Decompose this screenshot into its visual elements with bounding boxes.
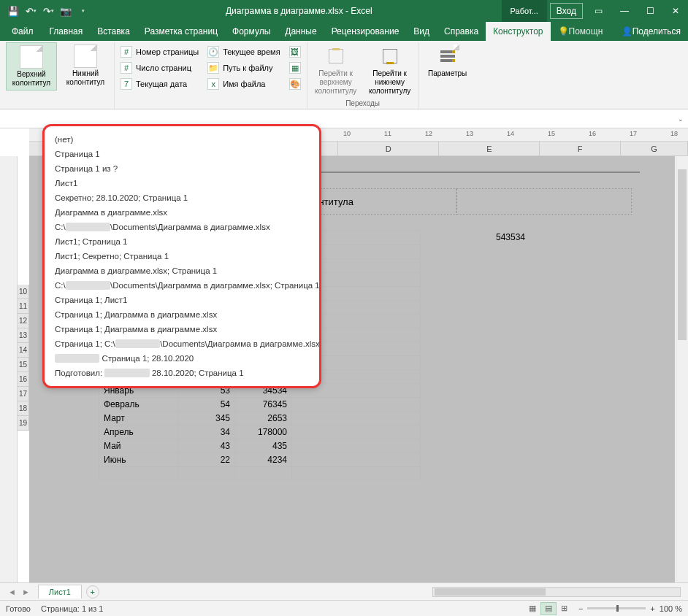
- tab-design[interactable]: Конструктор: [486, 22, 550, 41]
- page-number-button[interactable]: #Номер страницы: [118, 44, 202, 60]
- dropdown-item[interactable]: (нет): [45, 132, 319, 147]
- row-header[interactable]: 15: [18, 358, 29, 372]
- file-path-button[interactable]: 📁Путь к файлу: [205, 60, 283, 76]
- dropdown-item[interactable]: Лист1: [45, 176, 319, 190]
- dropdown-item[interactable]: Страница 1; C:\XXXXXXXX\Documents\Диагра…: [45, 336, 319, 351]
- window-title: Диаграмма в диаграмме.xlsx - Excel: [96, 6, 502, 16]
- dropdown-item[interactable]: Диаграмма в диаграмме.xlsx: [45, 205, 319, 220]
- row-header[interactable]: 10: [18, 285, 29, 299]
- page-count-button[interactable]: #Число страниц: [118, 60, 202, 76]
- dropdown-item[interactable]: XXXXXXXX Страница 1; 28.10.2020: [45, 351, 319, 366]
- tab-insert[interactable]: Вставка: [90, 22, 137, 41]
- group-label-nav: Переходы: [345, 98, 380, 109]
- row-header[interactable]: 17: [18, 387, 29, 401]
- row-header[interactable]: 14: [18, 343, 29, 358]
- dropdown-item[interactable]: Лист1; Секретно; Страница 1: [45, 249, 319, 263]
- ribbon: Верхний колонтитул Нижний колонтитул #Но…: [0, 41, 688, 109]
- ruler-mark: 10: [343, 130, 351, 137]
- table-row[interactable]: [99, 467, 421, 480]
- table-row[interactable]: Март3452653: [99, 412, 421, 426]
- horizontal-scrollbar[interactable]: [432, 587, 681, 597]
- tab-home[interactable]: Главная: [42, 22, 91, 41]
- page-break-view-icon[interactable]: ⊞: [557, 602, 573, 615]
- format-picture-button[interactable]: 🎨: [286, 76, 304, 92]
- dropdown-item[interactable]: Страница 1: [45, 147, 319, 161]
- ruler-mark: 12: [425, 130, 432, 137]
- current-date-button[interactable]: 7Текущая дата: [118, 76, 202, 92]
- current-time-button[interactable]: 🕐Текущее время: [205, 44, 283, 60]
- zoom-value: 100 %: [660, 604, 682, 613]
- row-header[interactable]: 18: [18, 401, 29, 416]
- ribbon-display-icon[interactable]: ▭: [586, 0, 611, 22]
- dropdown-item[interactable]: Страница 1; Диаграмма в диаграмме.xlsx: [45, 307, 319, 322]
- dropdown-item[interactable]: Секретно; 28.10.2020; Страница 1: [45, 190, 319, 205]
- tab-formulas[interactable]: Формулы: [225, 22, 278, 41]
- row-header[interactable]: 16: [18, 372, 29, 387]
- row-header[interactable]: 11: [18, 299, 29, 314]
- sheet-nav-next-icon[interactable]: ►: [20, 588, 32, 596]
- footer-button[interactable]: Нижний колонтитул: [60, 42, 111, 89]
- tab-view[interactable]: Вид: [406, 22, 437, 41]
- work-indicator[interactable]: Работ...: [502, 0, 547, 22]
- table-row[interactable]: Февраль5476345: [99, 398, 421, 412]
- undo-icon[interactable]: ↶▾: [25, 5, 37, 17]
- dropdown-item[interactable]: Страница 1; Диаграмма в диаграмме.xlsx: [45, 322, 319, 336]
- tell-me[interactable]: 💡 Помощн: [551, 22, 611, 41]
- col-header[interactable]: F: [540, 142, 620, 155]
- tab-file[interactable]: Файл: [4, 22, 41, 41]
- extra-cell[interactable]: 543534: [405, 231, 530, 244]
- file-name-label: Имя файла: [223, 80, 265, 88]
- tab-layout[interactable]: Разметка страниц: [137, 22, 225, 41]
- col-header[interactable]: E: [439, 142, 540, 155]
- camera-icon[interactable]: 📷: [60, 5, 72, 17]
- picture-button[interactable]: 🖼: [286, 44, 304, 60]
- dropdown-item[interactable]: C:\XXXXXXXX\Documents\Диаграмма в диагра…: [45, 278, 319, 293]
- tab-data[interactable]: Данные: [278, 22, 324, 41]
- sheet-name-button[interactable]: ▦: [286, 60, 304, 76]
- table-row[interactable]: Июнь224234: [99, 453, 421, 467]
- dropdown-item[interactable]: Диаграмма в диаграмме.xlsx; Страница 1: [45, 263, 319, 278]
- dropdown-item[interactable]: C:\XXXXXXXX\Documents\Диаграмма в диагра…: [45, 220, 319, 234]
- options-button[interactable]: Параметры: [422, 42, 473, 80]
- page-icon: [20, 45, 43, 69]
- row-header[interactable]: 13: [18, 328, 29, 343]
- sheet-nav-prev-icon[interactable]: ◄: [6, 588, 18, 596]
- svg-rect-4: [452, 59, 455, 62]
- header-button[interactable]: Верхний колонтитул: [6, 42, 57, 91]
- save-icon[interactable]: 💾: [7, 5, 19, 17]
- page-count-label: Число страниц: [136, 63, 191, 72]
- header-right[interactable]: [456, 188, 632, 215]
- sheet-tab[interactable]: Лист1: [38, 585, 82, 598]
- add-sheet-button[interactable]: +: [86, 585, 99, 598]
- share-button[interactable]: 👤 Поделиться: [614, 22, 688, 41]
- share-label: Поделиться: [632, 26, 681, 36]
- login-button[interactable]: Вход: [550, 3, 583, 19]
- zoom-slider[interactable]: [587, 607, 646, 609]
- tab-help[interactable]: Справка: [437, 22, 486, 41]
- table-row[interactable]: Май43435: [99, 439, 421, 453]
- row-header[interactable]: 12: [18, 314, 29, 328]
- close-icon[interactable]: ✕: [663, 0, 688, 22]
- zoom-out-icon[interactable]: −: [578, 604, 583, 613]
- normal-view-icon[interactable]: ▦: [524, 602, 540, 615]
- minimize-icon[interactable]: —: [611, 0, 638, 22]
- redo-icon[interactable]: ↷▾: [42, 5, 54, 17]
- page-layout-view-icon[interactable]: ▤: [540, 602, 557, 615]
- qat-customize-icon[interactable]: ▾: [77, 5, 89, 17]
- fbar-expand-icon[interactable]: ⌄: [678, 115, 684, 123]
- row-header[interactable]: 19: [18, 416, 29, 431]
- vertical-scrollbar[interactable]: [676, 156, 688, 582]
- file-name-button[interactable]: xИмя файла: [205, 76, 283, 92]
- maximize-icon[interactable]: ☐: [638, 0, 663, 22]
- col-header[interactable]: G: [621, 142, 688, 155]
- goto-footer-button[interactable]: Перейти к нижнему колонтитулу: [364, 42, 416, 98]
- dropdown-item[interactable]: Лист1; Страница 1: [45, 234, 319, 249]
- dropdown-item[interactable]: Подготовил: XXXXXXXX 28.10.2020; Страниц…: [45, 366, 319, 380]
- table-row[interactable]: Апрель34178000: [99, 426, 421, 439]
- calendar-icon: 7: [121, 78, 132, 90]
- zoom-in-icon[interactable]: +: [650, 604, 654, 613]
- dropdown-item[interactable]: Страница 1; Лист1: [45, 293, 319, 307]
- col-header[interactable]: D: [338, 142, 439, 155]
- tab-review[interactable]: Рецензирование: [324, 22, 407, 41]
- dropdown-item[interactable]: Страница 1 из ?: [45, 161, 319, 176]
